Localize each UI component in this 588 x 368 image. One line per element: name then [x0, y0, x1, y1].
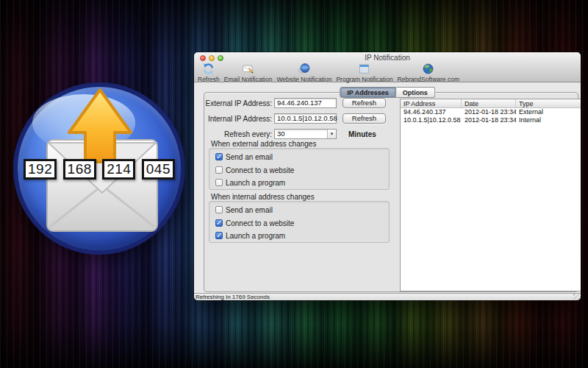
app-icon[interactable]: 192168214045	[13, 82, 185, 255]
internal-ip-label: Internal IP Address:	[204, 115, 272, 123]
table-cell: Internal	[516, 116, 581, 124]
ip-digit-box: 045	[142, 159, 175, 180]
table-cell: 2012-01-18 23:34:35	[462, 108, 516, 116]
ip-history-table[interactable]: IP AddressDateType 94.46.240.1372012-01-…	[400, 99, 581, 291]
desktop-background: 192168214045 IP Notification RefreshEmai…	[0, 0, 588, 368]
checkbox-label: Launch a program	[226, 179, 285, 187]
checkbox-launch-a-program[interactable]	[215, 179, 223, 186]
column-header-ip-address[interactable]: IP Address	[401, 99, 462, 107]
toolbar-item-email-notification[interactable]: Email Notification	[224, 63, 273, 83]
status-text: Refreshing In 1769 Seconds	[196, 294, 270, 300]
status-bar: Refreshing In 1769 Seconds	[194, 293, 581, 300]
checkbox-send-an-email[interactable]	[215, 153, 223, 160]
internal-group-box: Send an emailConnect to a websiteLaunch …	[209, 201, 390, 243]
chevron-down-icon[interactable]: ▼	[327, 130, 336, 138]
ip-notification-window: IP Notification RefreshEmail Notificatio…	[194, 52, 581, 300]
checkbox-launch-a-program[interactable]	[215, 232, 223, 239]
tab-ip-addresses[interactable]: IP Addresses	[340, 87, 396, 98]
external-option-connect-to-a-website[interactable]: Connect to a website	[215, 166, 294, 174]
internal-option-connect-to-a-website[interactable]: Connect to a website	[215, 219, 294, 227]
checkbox-connect-to-a-website[interactable]	[215, 166, 223, 174]
checkbox-label: Launch a program	[226, 232, 285, 240]
ip-digit-box: 168	[63, 159, 96, 180]
refresh-every-label: Refresh every:	[204, 130, 272, 138]
toolbar-item-label: Refresh	[198, 76, 220, 83]
toolbar-item-label: RebrandSoftware.com	[397, 76, 459, 83]
internal-ip-field[interactable]: 10.0.1.5|10.12.0.58	[274, 113, 337, 124]
table-cell: 94.46.240.137	[401, 108, 462, 116]
tab-view: External IP Address: 94.46.240.137 Refre…	[204, 92, 578, 292]
external-group-box: Send an emailConnect to a websiteLaunch …	[209, 148, 390, 190]
toolbar: RefreshEmail NotificationWebsite Notific…	[198, 63, 459, 83]
checkbox-connect-to-a-website[interactable]	[215, 219, 223, 227]
window-chrome: IP Notification RefreshEmail Notificatio…	[194, 52, 581, 82]
email-notification-icon	[242, 63, 254, 75]
resize-grip[interactable]	[573, 293, 581, 300]
table-cell: 10.0.1.5|10.12.0.58	[401, 116, 462, 124]
toolbar-item-rebrandsoftware-com[interactable]: RebrandSoftware.com	[397, 63, 459, 83]
internal-option-launch-a-program[interactable]: Launch a program	[215, 231, 285, 240]
external-refresh-button[interactable]: Refresh	[343, 98, 386, 108]
ip-digit-box: 192	[24, 159, 57, 180]
checkbox-label: Send an email	[226, 206, 273, 214]
internal-group-title: When internal address changes	[211, 193, 315, 201]
toolbar-item-program-notification[interactable]: Program Notification	[336, 63, 392, 83]
tab-options[interactable]: Options	[396, 87, 435, 98]
website-notification-icon	[298, 63, 310, 75]
refresh-icon	[202, 63, 215, 75]
ip-digit-box: 214	[102, 159, 135, 180]
toolbar-item-label: Email Notification	[224, 76, 273, 83]
refresh-interval-value: 30	[277, 130, 285, 138]
table-cell: External	[516, 108, 581, 116]
table-cell: 2012-01-18 23:34:34	[462, 116, 516, 124]
checkbox-send-an-email[interactable]	[215, 206, 223, 213]
toolbar-item-refresh[interactable]: Refresh	[198, 63, 220, 83]
checkbox-label: Send an email	[226, 153, 273, 161]
minutes-label: Minutes	[348, 130, 376, 138]
checkbox-label: Connect to a website	[226, 219, 294, 227]
tab-bar: IP AddressesOptions	[340, 87, 435, 98]
table-row[interactable]: 94.46.240.1372012-01-18 23:34:35External	[401, 108, 581, 116]
refresh-interval-combobox[interactable]: 30 ▼	[274, 129, 337, 139]
external-ip-label: External IP Address:	[204, 99, 272, 107]
globe-icon	[422, 63, 434, 75]
table-header: IP AddressDateType	[401, 99, 581, 108]
toolbar-item-website-notification[interactable]: Website Notification	[276, 63, 331, 83]
external-option-send-an-email[interactable]: Send an email	[215, 152, 273, 161]
internal-option-send-an-email[interactable]: Send an email	[215, 205, 273, 214]
external-group-title: When external address changes	[211, 140, 316, 148]
ip-digit-boxes: 192168214045	[18, 159, 181, 180]
internal-refresh-button[interactable]: Refresh	[343, 113, 386, 124]
external-option-launch-a-program[interactable]: Launch a program	[215, 178, 285, 187]
column-header-type[interactable]: Type	[516, 99, 581, 107]
window-content: External IP Address: 94.46.240.137 Refre…	[194, 83, 581, 293]
program-notification-icon	[358, 63, 370, 75]
toolbar-item-label: Website Notification	[276, 76, 331, 83]
external-ip-field[interactable]: 94.46.240.137	[274, 98, 337, 108]
toolbar-item-label: Program Notification	[336, 76, 392, 83]
checkbox-label: Connect to a website	[226, 166, 294, 174]
table-row[interactable]: 10.0.1.5|10.12.0.582012-01-18 23:34:34In…	[401, 116, 581, 124]
column-header-date[interactable]: Date	[462, 99, 516, 107]
window-title: IP Notification	[194, 54, 581, 62]
